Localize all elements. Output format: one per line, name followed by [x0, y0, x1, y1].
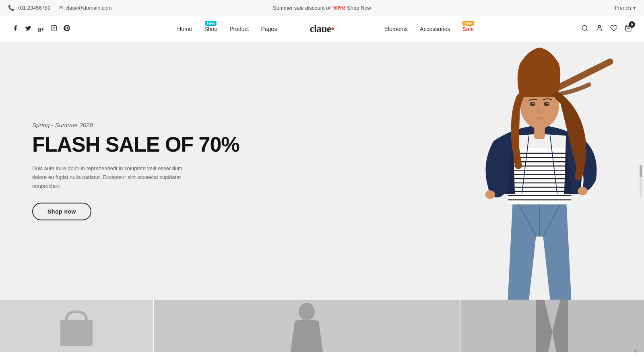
promo-highlight: 50%! — [333, 5, 345, 11]
cart-icon[interactable]: 0 — [625, 25, 632, 34]
sale-badge: Sale — [462, 21, 474, 26]
product-card-1[interactable] — [0, 300, 153, 352]
nav-product[interactable]: Product — [229, 26, 249, 32]
fashion-model — [449, 42, 644, 300]
main-header: g+ Home New Shop Product Pages claue• El… — [0, 16, 644, 42]
phone-number: +01 23456789 — [17, 5, 51, 11]
shop-new-badge: New — [205, 21, 217, 26]
nav-elements[interactable]: Elements — [384, 26, 408, 32]
language-selector[interactable]: French ▾ — [615, 5, 636, 11]
hero-subtitle: Spring - Summer 2020 — [32, 121, 239, 128]
contact-info: 📞 +01 23456789 ✉ claue@domain.com — [8, 5, 112, 11]
svg-point-27 — [578, 187, 588, 195]
account-icon[interactable] — [596, 25, 603, 34]
hero-content: Spring - Summer 2020 FLASH SALE OF 70% D… — [32, 121, 239, 220]
main-nav: Home New Shop Product Pages — [177, 26, 277, 32]
nav-pages[interactable]: Pages — [261, 26, 277, 32]
wishlist-icon[interactable] — [610, 25, 617, 34]
svg-rect-28 — [60, 320, 93, 346]
scroll-indicator — [640, 165, 642, 197]
cart-count: 0 — [629, 21, 635, 28]
promo-banner: Summer sale discount off 50%! Shop Now — [273, 5, 371, 11]
twitter-icon[interactable] — [25, 25, 31, 33]
svg-point-29 — [299, 303, 315, 321]
pinterest-icon[interactable] — [64, 25, 70, 33]
top-bar: 📞 +01 23456789 ✉ claue@domain.com Summer… — [0, 0, 644, 16]
email-address: claue@domain.com — [66, 5, 112, 11]
main-nav-right: Elements Accessories Sale Sale — [384, 26, 474, 32]
logo-dot: • — [331, 23, 334, 35]
svg-line-3 — [586, 29, 587, 31]
google-plus-icon[interactable]: g+ — [38, 26, 44, 32]
social-links: g+ — [12, 25, 70, 33]
language-label: French — [615, 5, 631, 11]
email-icon: ✉ — [59, 5, 63, 11]
nav-home[interactable]: Home — [177, 26, 192, 32]
promo-link[interactable]: Shop Now — [347, 5, 371, 11]
site-logo[interactable]: claue• — [310, 23, 334, 35]
hero-description: Duis aute irure dolor in reprehenderit i… — [32, 164, 193, 191]
scroll-down-arrow: ▼ — [633, 348, 638, 352]
svg-point-2 — [582, 25, 587, 30]
svg-point-24 — [532, 103, 534, 105]
nav-shop[interactable]: New Shop — [204, 26, 218, 32]
product-cards-row — [0, 300, 644, 352]
svg-point-26 — [485, 190, 495, 199]
email-contact[interactable]: ✉ claue@domain.com — [59, 5, 112, 11]
shop-now-button[interactable]: Shop now — [32, 203, 91, 220]
facebook-icon[interactable] — [12, 25, 19, 33]
nav-sale[interactable]: Sale Sale — [462, 26, 474, 32]
nav-accessories[interactable]: Accessories — [420, 26, 450, 32]
svg-point-4 — [598, 25, 601, 28]
hero-title: FLASH SALE OF 70% — [32, 133, 239, 156]
promo-text: Summer sale discount off — [273, 5, 333, 11]
svg-rect-0 — [51, 25, 56, 31]
logo-text: claue — [310, 23, 331, 35]
phone-contact[interactable]: 📞 +01 23456789 — [8, 5, 51, 11]
instagram-icon[interactable] — [51, 25, 57, 33]
scroll-thumb — [640, 165, 642, 177]
header-actions: 0 — [581, 25, 632, 34]
hero-image — [290, 42, 644, 300]
chevron-down-icon: ▾ — [633, 5, 636, 11]
product-card-3[interactable] — [460, 300, 644, 352]
hero-section: Spring - Summer 2020 FLASH SALE OF 70% D… — [0, 42, 644, 300]
search-icon[interactable] — [581, 25, 588, 34]
product-card-2[interactable] — [154, 300, 460, 352]
svg-point-25 — [546, 103, 548, 105]
phone-icon: 📞 — [8, 5, 14, 11]
